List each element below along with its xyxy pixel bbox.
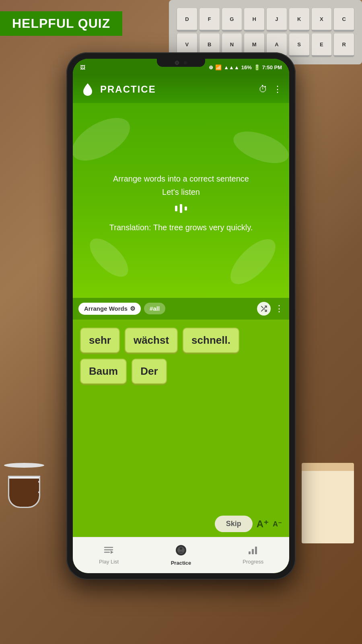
- bottom-nav: Play List Practice: [73, 537, 289, 573]
- app-logo-icon: [80, 82, 95, 97]
- word-tile-sehr[interactable]: sehr: [80, 328, 120, 353]
- key: S: [289, 33, 309, 56]
- status-left: 🖼: [80, 64, 85, 70]
- signal-bars: ▲▲▲: [224, 64, 239, 70]
- image-icon: 🖼: [80, 64, 85, 70]
- key: E: [312, 33, 332, 56]
- notch-sensor: [175, 61, 179, 65]
- mode-bar: Arrange Words ⚙ #all ⋮: [73, 298, 289, 320]
- mode-chip-arrange-words[interactable]: Arrange Words ⚙: [78, 303, 141, 315]
- word-tile-der[interactable]: Der: [132, 359, 167, 384]
- key: K: [289, 8, 309, 31]
- svg-rect-20: [255, 547, 257, 554]
- mode-bar-right: ⋮: [257, 302, 284, 316]
- translation-text: Translation: The tree grows very quickly…: [82, 223, 280, 232]
- audio-bars-icon[interactable]: [82, 202, 280, 217]
- header-right: ⏱ ⋮: [259, 84, 282, 95]
- key: F: [200, 8, 220, 31]
- battery-icon: 🔋: [254, 64, 260, 70]
- key: D: [177, 8, 197, 31]
- helpful-quiz-banner: HELPFUL QUIZ: [0, 11, 122, 36]
- notepad-decoration: [302, 463, 354, 543]
- key: G: [222, 8, 242, 31]
- nav-label-progress: Progress: [243, 559, 263, 565]
- key: H: [244, 8, 264, 31]
- playlist-icon: [104, 546, 114, 557]
- practice-icon: [175, 545, 187, 558]
- word-tile-schnell[interactable]: schnell.: [183, 328, 239, 353]
- phone-frame: 🖼 ⊕ 📶 ▲▲▲ 16% 🔋 7:50 PM PRACTICE ⏱ ⋮: [66, 52, 296, 580]
- tag-label: #all: [150, 305, 160, 312]
- progress-icon: [248, 546, 258, 557]
- svg-rect-9: [180, 204, 182, 213]
- nav-item-progress[interactable]: Progress: [217, 546, 289, 565]
- nav-item-practice[interactable]: Practice: [145, 545, 217, 566]
- banner-text: HELPFUL QUIZ: [12, 16, 110, 31]
- phone-notch: [157, 59, 205, 67]
- mode-more-icon[interactable]: ⋮: [275, 303, 284, 314]
- settings-gear-icon: ⚙: [130, 305, 135, 312]
- notch-camera: [184, 61, 187, 64]
- nav-label-practice: Practice: [171, 560, 191, 566]
- app-title: PRACTICE: [100, 84, 156, 95]
- key: R: [334, 33, 354, 56]
- svg-rect-8: [175, 206, 177, 211]
- word-tile-waechst[interactable]: wächst: [125, 328, 178, 353]
- mode-chip-tag[interactable]: #all: [144, 303, 165, 314]
- word-tiles-area: sehr wächst schnell. Baum Der: [73, 320, 289, 512]
- svg-marker-14: [111, 551, 113, 554]
- word-row-2: Baum Der: [80, 359, 282, 384]
- main-content: Arrange words into a correct sentence Le…: [73, 103, 289, 298]
- font-decrease-button[interactable]: A⁻: [273, 520, 282, 528]
- arrange-words-label: Arrange Words: [84, 305, 128, 312]
- quiz-listen-label: Let's listen: [82, 188, 280, 197]
- bottom-controls: Skip A⁺ A⁻: [73, 512, 289, 537]
- quiz-instruction: Arrange words into a correct sentence: [82, 174, 280, 184]
- battery-level: 16%: [241, 64, 252, 70]
- status-right: ⊕ 📶 ▲▲▲ 16% 🔋 7:50 PM: [209, 64, 282, 70]
- timer-icon[interactable]: ⏱: [259, 84, 267, 95]
- app-header: PRACTICE ⏱ ⋮: [73, 76, 289, 103]
- svg-point-17: [180, 547, 182, 550]
- nav-label-playlist: Play List: [99, 559, 119, 565]
- svg-rect-10: [185, 206, 187, 211]
- key: J: [267, 8, 287, 31]
- skip-button[interactable]: Skip: [215, 516, 253, 532]
- font-increase-button[interactable]: A⁺: [257, 518, 269, 530]
- network-icon: ⊕: [209, 64, 213, 70]
- clock: 7:50 PM: [262, 64, 282, 70]
- nav-item-playlist[interactable]: Play List: [73, 546, 145, 565]
- header-left: PRACTICE: [80, 82, 156, 97]
- svg-rect-18: [249, 551, 251, 554]
- key: X: [312, 8, 332, 31]
- word-row-1: sehr wächst schnell.: [80, 328, 282, 353]
- word-tile-baum[interactable]: Baum: [80, 359, 127, 384]
- key: C: [334, 8, 354, 31]
- coffee-cup-decoration: [4, 463, 44, 507]
- more-options-icon[interactable]: ⋮: [273, 84, 282, 95]
- shuffle-icon-button[interactable]: [257, 302, 271, 316]
- wifi-icon: 📶: [215, 64, 222, 70]
- svg-rect-19: [252, 549, 254, 554]
- phone-screen: 🖼 ⊕ 📶 ▲▲▲ 16% 🔋 7:50 PM PRACTICE ⏱ ⋮: [73, 59, 289, 573]
